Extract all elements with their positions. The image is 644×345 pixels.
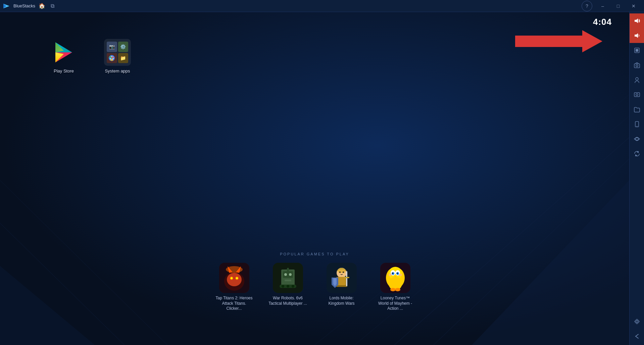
multitab-icon[interactable]: ⧉ bbox=[51, 3, 54, 9]
lords-mobile-name: Lords Mobile: Kingdom Wars bbox=[321, 296, 362, 306]
titlebar-right: ? – □ ✕ bbox=[582, 0, 641, 12]
svg-point-75 bbox=[636, 321, 638, 323]
game-item-lords-mobile[interactable]: Lords Mobile: Kingdom Wars bbox=[321, 263, 362, 306]
svg-marker-10 bbox=[515, 30, 602, 52]
titlebar-icons: 🏠 ⧉ bbox=[39, 3, 54, 9]
minimize-button[interactable]: – bbox=[595, 0, 610, 12]
svg-line-2 bbox=[342, 138, 629, 345]
game-item-war-robots[interactable]: War Robots. 6v6 Tactical Multiplayer ... bbox=[268, 263, 308, 306]
close-button[interactable]: ✕ bbox=[626, 0, 641, 12]
svg-point-61 bbox=[395, 288, 400, 291]
screenshot-button[interactable] bbox=[630, 87, 644, 102]
looney-tunes-name: Looney Tunes™ World of Mayhem - Action .… bbox=[375, 296, 415, 311]
app-title: BlueStacks bbox=[13, 3, 35, 8]
war-robots-thumb bbox=[273, 263, 303, 293]
svg-point-24 bbox=[236, 277, 238, 279]
game-item-tap-titans[interactable]: Tap Titans 2: Heroes Attack Titans. Clic… bbox=[214, 263, 254, 311]
svg-rect-45 bbox=[344, 277, 349, 278]
svg-point-60 bbox=[390, 288, 396, 291]
volume-up-button[interactable] bbox=[630, 13, 644, 28]
volume-down-button[interactable] bbox=[630, 28, 644, 43]
settings-button[interactable] bbox=[630, 314, 644, 329]
sync-button[interactable] bbox=[630, 146, 644, 161]
home-icon[interactable]: 🏠 bbox=[39, 3, 45, 9]
red-arrow-annotation bbox=[515, 30, 602, 53]
play-store-icon[interactable]: Play Store bbox=[47, 39, 81, 73]
camera-mini-icon: 📷 bbox=[107, 42, 117, 52]
system-apps-label: System apps bbox=[105, 68, 130, 73]
svg-marker-63 bbox=[635, 33, 638, 38]
portrait-button[interactable] bbox=[630, 72, 644, 87]
svg-rect-41 bbox=[338, 269, 345, 273]
svg-rect-44 bbox=[346, 271, 347, 286]
titlebar: BlueStacks 🏠 ⧉ ? – □ ✕ bbox=[0, 0, 644, 12]
svg-rect-65 bbox=[636, 49, 638, 52]
svg-point-67 bbox=[636, 65, 638, 67]
layers-button[interactable] bbox=[630, 132, 644, 146]
chrome-mini-icon bbox=[107, 53, 117, 63]
time-display: 4:04 bbox=[593, 17, 612, 27]
game-item-looney-tunes[interactable]: Looney Tunes™ World of Mayhem - Action .… bbox=[375, 263, 415, 311]
svg-point-31 bbox=[284, 273, 287, 276]
system-apps-icon-img: 📷 ⚙️ 📁 bbox=[104, 39, 131, 66]
lords-mobile-thumb bbox=[327, 263, 357, 293]
svg-point-72 bbox=[637, 126, 637, 127]
android-screen[interactable]: 4:04 bbox=[0, 12, 629, 345]
folder-mini-icon: 📁 bbox=[118, 53, 129, 63]
svg-rect-66 bbox=[634, 64, 640, 68]
tap-titans-thumb bbox=[219, 263, 249, 293]
play-store-icon-img bbox=[50, 39, 77, 66]
games-row: Tap Titans 2: Heroes Attack Titans. Clic… bbox=[214, 263, 415, 311]
svg-point-27 bbox=[226, 266, 243, 273]
system-apps-icon[interactable]: 📷 ⚙️ 📁 bbox=[101, 39, 134, 73]
main-area: 4:04 bbox=[0, 12, 644, 345]
svg-point-59 bbox=[389, 277, 402, 290]
svg-point-20 bbox=[227, 273, 242, 286]
back-button[interactable] bbox=[630, 329, 644, 344]
war-robots-name: War Robots. 6v6 Tactical Multiplayer ... bbox=[268, 296, 308, 306]
titlebar-left: BlueStacks 🏠 ⧉ bbox=[3, 2, 54, 10]
folder-button[interactable] bbox=[630, 102, 644, 117]
svg-point-70 bbox=[636, 94, 638, 96]
popular-games-section: POPULAR GAMES TO PLAY bbox=[0, 252, 629, 311]
looney-tunes-thumb bbox=[380, 263, 410, 293]
svg-point-58 bbox=[399, 274, 402, 276]
svg-point-38 bbox=[292, 285, 294, 288]
screen-rotate-button[interactable] bbox=[630, 43, 644, 58]
camera-button[interactable] bbox=[630, 58, 644, 72]
tap-titans-name: Tap Titans 2: Heroes Attack Titans. Clic… bbox=[214, 296, 254, 311]
settings-mini-icon: ⚙️ bbox=[118, 42, 129, 52]
svg-marker-62 bbox=[635, 18, 638, 23]
svg-point-36 bbox=[282, 285, 284, 288]
svg-point-37 bbox=[287, 285, 289, 288]
svg-point-55 bbox=[392, 273, 393, 274]
play-store-label: Play Store bbox=[54, 68, 74, 73]
popular-label: POPULAR GAMES TO PLAY bbox=[280, 252, 349, 256]
bluestacks-logo-icon bbox=[3, 2, 10, 10]
svg-point-56 bbox=[397, 273, 398, 274]
maximize-button[interactable]: □ bbox=[610, 0, 626, 12]
help-button[interactable]: ? bbox=[582, 1, 592, 11]
svg-point-46 bbox=[339, 272, 341, 273]
svg-point-57 bbox=[389, 274, 392, 276]
svg-point-32 bbox=[289, 273, 292, 276]
svg-rect-33 bbox=[285, 280, 291, 281]
right-sidebar bbox=[629, 12, 644, 345]
desktop-icons: Play Store 📷 ⚙️ bbox=[47, 39, 134, 73]
svg-point-47 bbox=[343, 272, 344, 273]
svg-point-68 bbox=[636, 78, 638, 80]
play-store-logo bbox=[52, 41, 76, 64]
svg-rect-34 bbox=[287, 268, 289, 273]
svg-rect-69 bbox=[634, 93, 640, 97]
svg-point-23 bbox=[231, 277, 233, 279]
phone-button[interactable] bbox=[630, 117, 644, 132]
